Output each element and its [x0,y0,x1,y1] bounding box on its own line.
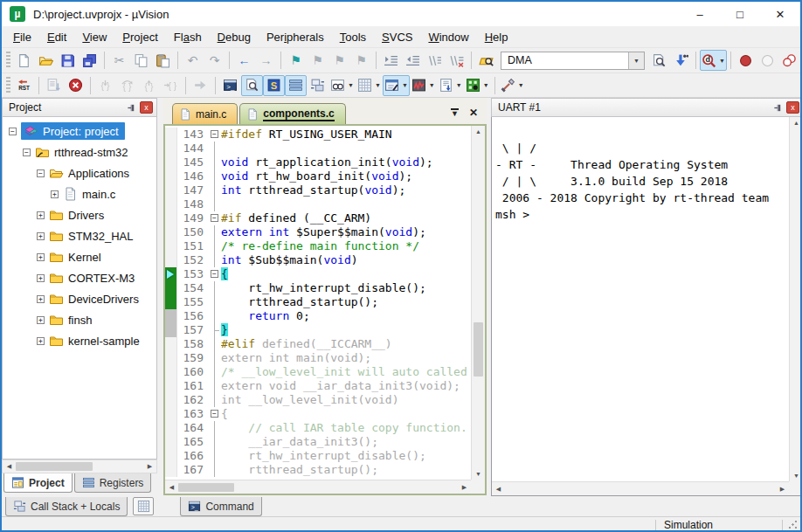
expand-icon[interactable]: + [37,316,45,324]
fold-collapse-icon[interactable]: − [211,410,218,418]
toolbar-grip[interactable] [6,77,10,94]
expand-icon[interactable]: + [37,232,45,240]
pin-icon[interactable] [771,101,784,114]
trace-window-button[interactable]: ▼ [437,75,464,96]
fold-column[interactable]: − [210,128,221,142]
kill-all-breakpoints-button[interactable] [778,50,800,71]
prev-bookmark-button[interactable]: ⚑ [307,50,328,71]
search-combo[interactable]: DMA▼ [501,52,645,70]
resize-grip[interactable] [788,520,798,529]
menu-project[interactable]: Project [114,28,165,46]
symbols-window-button[interactable]: S [263,75,285,96]
expand-icon[interactable]: + [51,190,59,198]
menu-help[interactable]: Help [477,28,516,46]
scroll-left-icon[interactable]: ◀ [165,484,178,491]
serial-window-button[interactable]: ▼ [383,75,410,96]
toolbox-button[interactable]: ▼ [499,75,526,96]
project-horizontal-scrollbar[interactable]: ◀ ▶ [2,459,157,473]
tree-item-cortex-m3[interactable]: +CORTEX-M3 [3,267,156,288]
find-in-files-button[interactable] [475,50,497,71]
menu-view[interactable]: View [74,28,114,46]
tree-item-project-project[interactable]: −Project: project [3,121,156,142]
chevron-down-icon[interactable]: ▼ [719,58,725,64]
fold-column[interactable]: − [210,211,221,225]
redo-button[interactable]: ↷ [204,50,225,71]
menu-file[interactable]: File [5,28,39,46]
editor-vertical-scrollbar[interactable]: ▲ ▼ [471,126,485,480]
fold-column[interactable]: − [210,407,221,421]
tree-item-rtthread-stm32[interactable]: −rtthread-stm32 [3,142,156,162]
scroll-right-icon[interactable]: ▶ [776,486,789,493]
clear-bookmarks-button[interactable]: ⚑ [350,50,372,71]
tree-item-drivers[interactable]: +Drivers [3,204,156,225]
collapse-icon[interactable]: − [9,128,17,135]
minimize-button[interactable]: – [680,2,720,26]
step-out-button[interactable]: { } [138,75,160,96]
new-file-button[interactable] [13,50,35,71]
scroll-up-icon[interactable]: ▲ [472,128,485,135]
project-panel-close-icon[interactable]: x [140,101,153,114]
menu-edit[interactable]: Edit [39,28,74,46]
toggle-bookmark-button[interactable]: ⚑ [285,50,307,71]
undo-button[interactable]: ↶ [182,50,204,71]
memory-window-button[interactable]: ▼ [356,75,383,96]
enable-disable-breakpoint-button[interactable] [757,50,778,71]
chevron-down-icon[interactable]: ▼ [429,82,435,88]
run-to-cursor-button[interactable]: { } [160,75,182,96]
uncomment-selection-button[interactable] [446,50,467,71]
chevron-down-icon[interactable]: ▼ [456,82,462,88]
menu-tools[interactable]: Tools [332,28,374,46]
indent-button[interactable] [380,50,402,71]
close-button[interactable]: ✕ [760,2,800,26]
tree-item-kernel-sample[interactable]: +kernel-sample [3,330,156,351]
expand-icon[interactable]: + [37,211,45,219]
uart-vertical-scrollbar[interactable]: ▲ ▼ [789,117,802,481]
disassembly-window-button[interactable] [241,75,263,96]
navigate-back-button[interactable]: ← [233,50,255,71]
scroll-right-icon[interactable]: ▶ [143,463,156,470]
collapse-icon[interactable]: − [23,149,31,156]
chevron-down-icon[interactable]: ▼ [518,82,524,88]
collapse-icon[interactable]: − [37,169,45,177]
scroll-down-icon[interactable]: ▼ [472,471,485,477]
pin-icon[interactable] [125,101,137,114]
editor-tab-components-c[interactable]: components.c [239,103,345,124]
chevron-down-icon[interactable]: ▼ [402,82,408,88]
reset-cpu-button[interactable]: RST [13,75,35,96]
editor-tab-main-c[interactable]: main.c [172,103,238,124]
start-stop-debug-button[interactable]: d▼ [700,50,727,71]
chevron-down-icon[interactable]: ▼ [628,52,644,69]
menu-window[interactable]: Window [420,28,476,46]
code-editor[interactable]: 143−#ifdef RT_USING_USER_MAIN144145void … [163,124,487,495]
fold-collapse-icon[interactable]: − [211,130,218,138]
copy-button[interactable] [130,50,152,71]
tab-registers[interactable]: Registers [74,473,152,493]
menu-peripherals[interactable]: Peripherals [259,28,332,46]
menu-flash[interactable]: Flash [166,28,210,46]
tree-item-devicedrivers[interactable]: +DeviceDrivers [3,288,156,309]
fold-column[interactable]: − [210,267,221,281]
toolbar-grip[interactable] [6,52,10,69]
tree-item-finsh[interactable]: +finsh [3,309,156,330]
navigate-forward-button[interactable]: → [255,50,277,71]
scroll-up-icon[interactable]: ▲ [790,120,802,126]
expand-icon[interactable]: + [37,337,45,345]
step-over-button[interactable]: { } [116,75,138,96]
chevron-down-icon[interactable]: ▼ [375,82,381,88]
expand-icon[interactable]: + [37,253,45,261]
find-button[interactable] [648,50,670,71]
fold-collapse-icon[interactable]: − [211,270,218,278]
scroll-left-icon[interactable]: ◀ [3,463,16,470]
outdent-button[interactable] [402,50,424,71]
editor-horizontal-scrollbar[interactable]: ◀ ▶ [165,480,471,494]
show-next-statement-button[interactable] [190,75,211,96]
comment-selection-button[interactable] [424,50,446,71]
analysis-window-button[interactable]: ▼ [410,75,437,96]
insert-remove-breakpoint-button[interactable] [735,50,757,71]
command-window-button[interactable]: >_ [219,75,241,96]
expand-icon[interactable]: + [37,274,45,282]
uart-output[interactable]: \ | /- RT - Thread Operating System / | … [491,117,802,496]
scroll-left-icon[interactable]: ◀ [492,486,505,493]
close-document-icon[interactable]: ✕ [469,107,478,119]
tab-list-icon[interactable]: ▼ [451,108,459,117]
